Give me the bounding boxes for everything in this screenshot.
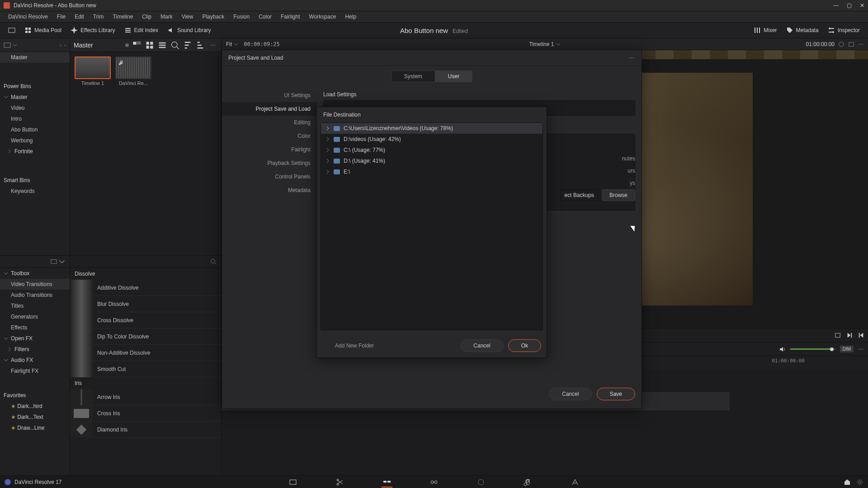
bin-item[interactable]: Abo Button <box>0 124 70 135</box>
match-frame-icon[interactable] <box>835 332 841 338</box>
favorite-item[interactable]: ★ Dark...hird <box>0 401 70 412</box>
favorite-item[interactable]: ★ Dark...Text <box>0 412 70 422</box>
pref-category[interactable]: Control Panels <box>222 170 317 183</box>
volume-icon[interactable] <box>778 346 786 353</box>
list-view-button[interactable] <box>132 41 142 50</box>
fx-category[interactable]: Filters <box>0 344 70 355</box>
more-button[interactable]: ⋯ <box>858 41 863 47</box>
bin-item[interactable]: Video <box>0 103 70 113</box>
audiofx-header[interactable]: Audio FX <box>0 355 70 366</box>
toolbox-header[interactable]: Toolbox <box>0 268 70 279</box>
menu-item[interactable]: Mark <box>156 14 177 20</box>
transition-item[interactable]: Cross Dissolve <box>70 312 221 328</box>
modal-menu-button[interactable]: ⋯ <box>629 55 635 61</box>
deliver-page-button[interactable] <box>570 477 580 488</box>
menu-item[interactable]: Fairlight <box>276 14 305 20</box>
browse-button[interactable]: Browse <box>602 189 635 201</box>
list-view-button[interactable] <box>158 41 167 50</box>
minimize-button[interactable]: — <box>833 2 839 9</box>
menu-item[interactable]: Trim <box>89 14 108 20</box>
sort-button[interactable] <box>183 41 192 50</box>
menu-item[interactable]: DaVinci Resolve <box>4 14 52 20</box>
clip-thumbnail[interactable]: DaVinci Re... <box>115 56 151 86</box>
media-pool-button[interactable]: Media Pool <box>20 25 66 36</box>
more-button[interactable]: ⋯ <box>208 41 217 50</box>
fx-category[interactable]: Generators <box>0 311 70 322</box>
panel-icon[interactable] <box>51 258 57 265</box>
tab-system[interactable]: System <box>391 70 435 82</box>
fx-category[interactable]: Effects <box>0 322 70 333</box>
file-tree-row[interactable]: D:\videos (Usage: 42%) <box>321 134 542 145</box>
fx-category[interactable]: Audio Transitions <box>0 290 70 300</box>
gear-icon[interactable] <box>856 479 863 486</box>
effects-library-button[interactable]: Effects Library <box>66 25 119 36</box>
bin-item[interactable]: Fortnite <box>0 146 70 157</box>
menu-item[interactable]: Timeline <box>108 14 137 20</box>
edit-index-button[interactable]: Edit Index <box>120 25 163 36</box>
cancel-button[interactable]: Cancel <box>549 388 592 400</box>
bin-item[interactable]: Werbung <box>0 135 70 146</box>
sound-library-button[interactable]: Sound Library <box>163 25 216 36</box>
next-icon[interactable]: › <box>64 42 66 48</box>
menu-item[interactable]: View <box>177 14 198 20</box>
volume-slider[interactable] <box>790 348 835 350</box>
single-viewer-icon[interactable] <box>848 41 854 47</box>
fusion-page-button[interactable] <box>429 477 439 488</box>
step-forward-icon[interactable] <box>846 332 853 338</box>
bin-item[interactable]: Intro <box>0 113 70 124</box>
transition-item[interactable]: Dip To Color Dissolve <box>70 328 221 345</box>
menu-item[interactable]: Edit <box>70 14 89 20</box>
pref-category[interactable]: Project Save and Load <box>222 102 317 116</box>
fx-category[interactable]: Titles <box>0 300 70 311</box>
fx-category[interactable]: Video Transitions <box>0 279 70 290</box>
pref-category[interactable]: Playback Settings <box>222 156 317 170</box>
dim-button[interactable]: DIM <box>840 346 854 352</box>
transition-item[interactable]: Additive Dissolve <box>70 280 221 296</box>
file-tree-row[interactable]: E:\ <box>321 166 542 177</box>
transition-item[interactable]: Smooth Cut <box>70 361 221 377</box>
step-back-icon[interactable] <box>858 332 864 338</box>
file-tree-row[interactable]: D:\ (Usage: 41%) <box>321 155 542 166</box>
zoom-fit-select[interactable]: Fit <box>226 41 238 47</box>
smart-bins-header[interactable]: Smart Bins <box>0 175 70 186</box>
home-icon[interactable] <box>844 479 851 486</box>
expand-button[interactable] <box>4 25 20 36</box>
more-button[interactable]: ⋯ <box>858 346 863 352</box>
menu-item[interactable]: File <box>52 14 70 20</box>
openfx-header[interactable]: Open FX <box>0 333 70 344</box>
menu-item[interactable]: Help <box>340 14 361 20</box>
save-button[interactable]: Save <box>597 388 635 400</box>
file-tree-row[interactable]: C:\Users\Lizenznehmer\Videos (Usage: 78%… <box>321 123 542 134</box>
pref-category[interactable]: Fairlight <box>222 143 317 156</box>
bin-master-expanded[interactable]: Master <box>0 92 70 103</box>
media-page-button[interactable] <box>288 477 298 488</box>
timeline-selector[interactable]: Timeline 1 <box>529 41 561 47</box>
pref-category[interactable]: Editing <box>222 116 317 129</box>
ok-button[interactable]: Ok <box>508 339 541 352</box>
transition-item[interactable]: Blur Dissolve <box>70 296 221 312</box>
thumb-view-button[interactable] <box>145 41 154 50</box>
mixer-button[interactable]: Mixer <box>749 25 781 36</box>
prev-icon[interactable]: ‹ <box>60 42 61 48</box>
chevron-down-icon[interactable] <box>59 258 65 265</box>
cancel-button[interactable]: Cancel <box>460 339 503 352</box>
search-icon[interactable] <box>210 258 217 265</box>
close-button[interactable]: ✕ <box>860 2 864 9</box>
panel-icon[interactable] <box>4 42 11 49</box>
sort-button[interactable] <box>196 41 205 50</box>
pref-category[interactable]: Metadata <box>222 183 317 197</box>
tab-user[interactable]: User <box>435 70 472 82</box>
transition-item[interactable]: Diamond Iris <box>70 422 221 438</box>
transition-item[interactable]: Cross Iris <box>70 405 221 422</box>
favorite-item[interactable]: ★ Draw...Line <box>0 422 70 433</box>
search-button[interactable] <box>170 41 179 50</box>
transition-item[interactable]: Non-Additive Dissolve <box>70 345 221 361</box>
add-folder-button[interactable]: Add New Folder <box>322 340 387 352</box>
transition-item[interactable]: Arrow Iris <box>70 389 221 405</box>
pref-category[interactable]: UI Settings <box>222 89 317 102</box>
inspector-button[interactable]: Inspector <box>823 25 864 36</box>
fairlight-page-button[interactable] <box>523 477 533 488</box>
power-bins-header[interactable]: Power Bins <box>0 81 70 92</box>
metadata-button[interactable]: Metadata <box>782 25 823 36</box>
fx-category[interactable]: Fairlight FX <box>0 366 70 376</box>
